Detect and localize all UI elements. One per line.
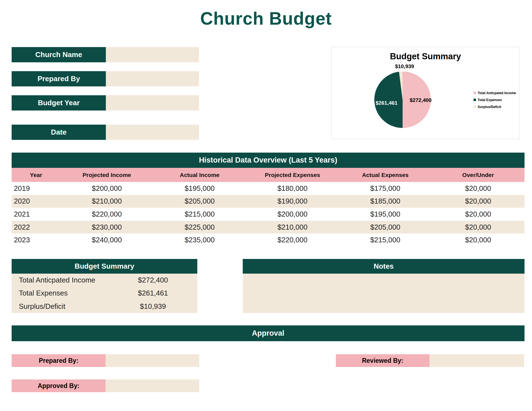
- church-name-label: Church Name: [12, 47, 106, 62]
- cell-actual-expenses: $185,000: [339, 195, 432, 208]
- table-row: 2020 $210,000 $205,000 $190,000 $185,000…: [12, 195, 525, 208]
- cell-projected-expenses: $190,000: [246, 195, 339, 208]
- column-header-projected-expenses: Projected Expenses: [246, 168, 339, 182]
- summary-value-expenses: $261,461: [120, 289, 186, 297]
- summary-section-body: Total Anticpated Income $272,400 Total E…: [12, 274, 197, 313]
- summary-value-income: $272,400: [120, 276, 186, 284]
- cell-actual-income: $235,000: [153, 233, 246, 246]
- summary-value-surplus: $10,939: [120, 302, 186, 311]
- cell-year: 2022: [12, 221, 60, 234]
- cell-over-under: $20,000: [432, 182, 525, 195]
- cell-over-under: $20,000: [432, 233, 525, 246]
- column-header-actual-income: Actual Income: [153, 168, 246, 182]
- history-table-header: Year Projected Income Actual Income Proj…: [12, 168, 525, 182]
- form-row-prepared-by: Prepared By: [12, 71, 199, 86]
- budget-year-input[interactable]: [106, 95, 199, 111]
- summary-row-income: Total Anticpated Income $272,400: [12, 274, 197, 287]
- cell-projected-income: $200,000: [60, 182, 153, 195]
- legend-swatch-surplus-icon: [474, 106, 476, 108]
- pie-data-label-surplus: $10,939: [384, 63, 425, 70]
- form-row-date: Date: [12, 125, 199, 140]
- cell-actual-expenses: $215,000: [339, 233, 432, 246]
- column-header-projected-income: Projected Income: [60, 168, 153, 182]
- chart-title: Budget Summary: [331, 52, 520, 61]
- cell-year: 2023: [12, 233, 60, 246]
- cell-actual-expenses: $175,000: [339, 182, 432, 195]
- cell-over-under: $20,000: [432, 208, 525, 221]
- cell-actual-income: $195,000: [153, 182, 246, 195]
- page-title: Church Budget: [0, 8, 532, 29]
- cell-year: 2019: [12, 182, 60, 195]
- form-row-church-name: Church Name: [12, 47, 199, 62]
- summary-label-surplus: Surplus/Deficit: [12, 302, 65, 311]
- legend-swatch-expenses-icon: [474, 99, 476, 101]
- date-label: Date: [12, 125, 106, 140]
- cell-projected-income: $230,000: [60, 221, 153, 234]
- table-row: 2019 $200,000 $195,000 $180,000 $175,000…: [12, 182, 525, 195]
- legend-label-surplus: Surplus/Deficit: [478, 105, 501, 109]
- summary-section-title: Budget Summary: [12, 259, 197, 274]
- summary-label-income: Total Anticpated Income: [12, 276, 95, 284]
- signature-row-reviewed-by: Reviewed By:: [336, 354, 524, 367]
- church-budget-sheet: Church Budget Church Name Prepared By Bu…: [0, 0, 532, 411]
- approved-by-signature-label: Approved By:: [12, 379, 106, 392]
- table-row: 2021 $220,000 $215,000 $200,000 $195,000…: [12, 208, 525, 221]
- table-row: 2023 $240,000 $235,000 $220,000 $215,000…: [12, 233, 525, 246]
- form-row-budget-year: Budget Year: [12, 95, 199, 111]
- signature-row-prepared-by: Prepared By:: [12, 354, 199, 367]
- legend-item-surplus: Surplus/Deficit: [474, 103, 516, 110]
- table-row: 2022 $230,000 $225,000 $210,000 $205,000…: [12, 221, 525, 234]
- cell-projected-income: $220,000: [60, 208, 153, 221]
- history-table-title: Historical Data Overview (Last 5 Years): [12, 153, 525, 168]
- summary-label-expenses: Total Expenses: [12, 289, 68, 297]
- prepared-by-input[interactable]: [106, 71, 199, 86]
- reviewed-by-signature-input[interactable]: [429, 354, 524, 367]
- column-header-actual-expenses: Actual Expenses: [339, 168, 432, 182]
- church-name-input[interactable]: [106, 47, 199, 62]
- cell-year: 2021: [12, 208, 60, 221]
- cell-year: 2020: [12, 195, 60, 208]
- cell-actual-income: $205,000: [153, 195, 246, 208]
- date-input[interactable]: [106, 125, 199, 140]
- approval-section-title: Approval: [12, 325, 525, 341]
- cell-projected-income: $210,000: [60, 195, 153, 208]
- legend-label-expenses: Total Expenses: [478, 98, 502, 102]
- legend-swatch-income-icon: [474, 92, 476, 94]
- budget-year-label: Budget Year: [12, 95, 106, 111]
- cell-projected-expenses: $210,000: [246, 221, 339, 234]
- cell-projected-expenses: $180,000: [246, 182, 339, 195]
- cell-actual-income: $225,000: [153, 221, 246, 234]
- cell-actual-expenses: $195,000: [339, 208, 432, 221]
- notes-section-title: Notes: [243, 259, 525, 274]
- signature-row-approved-by: Approved By:: [12, 379, 199, 392]
- cell-actual-income: $215,000: [153, 208, 246, 221]
- legend-item-income: Total Anticpated Income: [474, 89, 516, 96]
- prepared-by-label: Prepared By: [12, 71, 106, 86]
- legend-item-expenses: Total Expenses: [474, 96, 516, 103]
- cell-projected-expenses: $220,000: [246, 233, 339, 246]
- column-header-year: Year: [12, 168, 60, 182]
- column-header-over-under: Over/Under: [432, 168, 525, 182]
- cell-over-under: $20,000: [432, 221, 525, 234]
- reviewed-by-signature-label: Reviewed By:: [336, 354, 429, 367]
- summary-row-surplus: Surplus/Deficit $10,939: [12, 300, 197, 313]
- cell-actual-expenses: $205,000: [339, 221, 432, 234]
- chart-legend: Total Anticpated Income Total Expenses S…: [474, 89, 516, 110]
- cell-projected-expenses: $200,000: [246, 208, 339, 221]
- approved-by-signature-input[interactable]: [106, 379, 199, 392]
- notes-input-area[interactable]: [243, 274, 525, 313]
- pie-data-label-expenses: $261,461: [366, 100, 407, 106]
- summary-row-expenses: Total Expenses $261,461: [12, 287, 197, 300]
- cell-projected-income: $240,000: [60, 233, 153, 246]
- prepared-by-signature-label: Prepared By:: [12, 354, 106, 367]
- cell-over-under: $20,000: [432, 195, 525, 208]
- history-table-body: 2019 $200,000 $195,000 $180,000 $175,000…: [12, 182, 525, 246]
- prepared-by-signature-input[interactable]: [106, 354, 199, 367]
- legend-label-income: Total Anticpated Income: [478, 91, 516, 95]
